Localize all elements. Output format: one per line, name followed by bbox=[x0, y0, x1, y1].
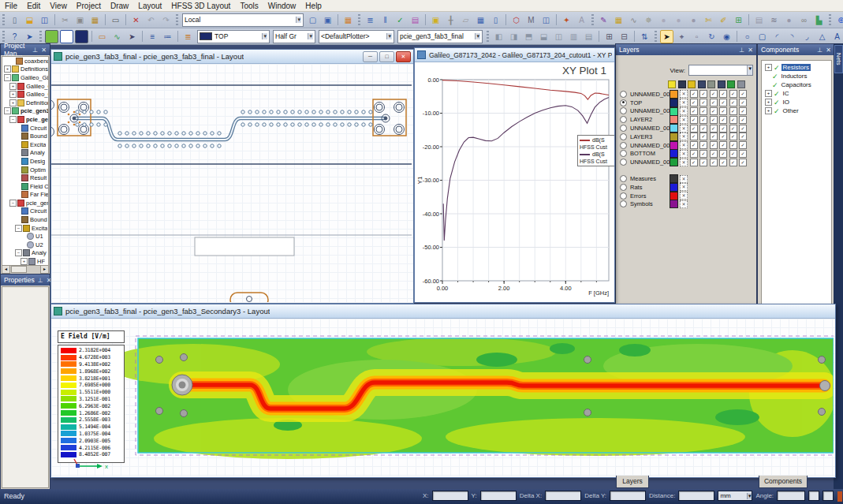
validate-icon[interactable]: ✓ bbox=[394, 13, 407, 27]
layer-color-swatch[interactable] bbox=[670, 192, 678, 200]
delete-icon[interactable]: ✕ bbox=[129, 13, 143, 27]
tree-item-pcie-gen[interactable]: −pcie_gen bbox=[2, 115, 48, 124]
layer-checkbox[interactable]: ✓ bbox=[690, 159, 698, 166]
check-icon[interactable]: ✓ bbox=[774, 107, 780, 115]
collapse-icon[interactable]: − bbox=[9, 200, 17, 207]
print-icon[interactable]: ▭ bbox=[109, 13, 122, 27]
copy-icon[interactable]: ▣ bbox=[73, 13, 87, 27]
ball3-icon[interactable]: ● bbox=[687, 13, 700, 27]
layer-checkbox[interactable]: ✕ bbox=[680, 159, 688, 166]
plotter-combo[interactable]: <DefaultPlotter>▾ bbox=[319, 30, 394, 43]
auto-dim-icon[interactable]: A bbox=[575, 13, 588, 27]
tree-item-field-c[interactable]: Field C bbox=[2, 182, 48, 191]
tree-item-galileo-g8717[interactable]: −Galileo_G8717 bbox=[2, 73, 48, 82]
layer-checkbox[interactable]: ✓ bbox=[690, 116, 698, 124]
collapse-icon[interactable]: − bbox=[15, 249, 22, 256]
layer-checkbox[interactable]: ✕ bbox=[680, 99, 688, 106]
toolbar-grip[interactable] bbox=[487, 31, 489, 42]
scroll-right-icon[interactable]: ▸ bbox=[40, 265, 49, 274]
plane-icon[interactable]: ▱ bbox=[459, 13, 472, 27]
toolbar-grip[interactable] bbox=[39, 31, 42, 42]
align-center-icon[interactable]: ◫ bbox=[552, 30, 565, 43]
layer-checkbox[interactable]: ✓ bbox=[710, 150, 718, 158]
select-target-icon[interactable]: ⌖ bbox=[675, 30, 688, 43]
page-icon[interactable]: ▤ bbox=[752, 13, 766, 27]
draw-arc1-icon[interactable]: ◜ bbox=[770, 30, 784, 43]
scroll-thumb[interactable] bbox=[11, 266, 27, 273]
padstack-icon[interactable]: ▣ bbox=[429, 13, 442, 27]
new-icon[interactable]: ▯ bbox=[8, 13, 21, 27]
draw-arc2-icon[interactable]: ◝ bbox=[785, 30, 799, 43]
component-group-label[interactable]: Capacitors bbox=[780, 81, 813, 88]
context-help-icon[interactable]: ➤ bbox=[23, 30, 36, 43]
component-group-label[interactable]: Resistors bbox=[781, 64, 811, 71]
layer-checkbox[interactable]: ✓ bbox=[699, 133, 707, 140]
machine-combo[interactable]: Local▾ bbox=[182, 13, 304, 27]
layer-checkbox[interactable]: ✓ bbox=[710, 90, 718, 98]
xy-plot-canvas[interactable]: 0.002.004.000.00-10.00-20.00-30.00-40.00… bbox=[415, 62, 613, 301]
tree-item-coaxbend[interactable]: coaxbend bbox=[2, 57, 48, 65]
tree-item-analy[interactable]: −Analy bbox=[2, 249, 48, 258]
toolbar-grip[interactable] bbox=[829, 14, 831, 25]
layer-checkbox[interactable]: ✕ bbox=[680, 192, 688, 200]
layer-checkbox[interactable]: ✓ bbox=[729, 107, 737, 115]
layer-stack-icon[interactable]: ▤ bbox=[408, 13, 422, 27]
distribute-h-icon[interactable]: ▥ bbox=[567, 30, 580, 43]
layer-checkbox[interactable]: ✓ bbox=[710, 125, 718, 133]
layer-checkbox[interactable]: ✓ bbox=[739, 133, 747, 140]
align-top-icon[interactable]: ⬒ bbox=[522, 30, 535, 43]
status-input-delta-x[interactable] bbox=[545, 491, 581, 501]
zoom-in-icon[interactable]: ⊕ bbox=[834, 13, 843, 27]
check-icon[interactable]: ✓ bbox=[772, 73, 778, 80]
chip-icon[interactable]: ◫ bbox=[539, 13, 553, 27]
check-icon[interactable]: ✓ bbox=[772, 81, 778, 89]
list-nets-icon[interactable]: ≡ bbox=[146, 30, 159, 43]
tree-item-desig[interactable]: Desig bbox=[2, 157, 48, 166]
ruler-icon[interactable]: ╂ bbox=[444, 13, 457, 27]
layer-checkbox[interactable]: ✓ bbox=[729, 159, 737, 166]
minimize-icon[interactable]: ─ bbox=[363, 51, 378, 62]
layer-checkbox[interactable]: ✓ bbox=[699, 125, 707, 133]
component-group-inductors[interactable]: ✓Inductors bbox=[762, 72, 831, 80]
draw-pill-icon[interactable]: ▢ bbox=[755, 30, 769, 43]
menu-layout[interactable]: Layout bbox=[133, 2, 166, 10]
align-bottom-icon[interactable]: ⬓ bbox=[537, 30, 550, 43]
layer-checkbox[interactable]: ✓ bbox=[690, 150, 698, 158]
annotation-box[interactable] bbox=[195, 237, 294, 256]
close-icon[interactable]: ✕ bbox=[748, 47, 753, 54]
layer-checkbox[interactable]: ✓ bbox=[739, 116, 747, 124]
layer-checkbox[interactable]: ✓ bbox=[690, 107, 698, 115]
layer-color-swatch[interactable] bbox=[670, 141, 678, 150]
select-pointer-icon[interactable]: ➤ bbox=[660, 30, 673, 43]
close-icon[interactable]: ✕ bbox=[826, 47, 831, 54]
stackup-icon[interactable]: ≣ bbox=[364, 13, 377, 27]
close-icon[interactable]: ✕ bbox=[396, 51, 411, 62]
draw-polygon-icon[interactable]: △ bbox=[815, 30, 829, 43]
layer-checkbox[interactable]: ✓ bbox=[729, 125, 737, 133]
layer-checkbox[interactable]: ✓ bbox=[739, 150, 747, 158]
tree-item-pcie-gen3[interactable]: −pcie_gen3 bbox=[2, 199, 48, 207]
tree-item-definitions[interactable]: +Definitions bbox=[2, 65, 48, 74]
layer-color-swatch[interactable] bbox=[670, 183, 678, 192]
tree-item-galileo-g8[interactable]: +Galileo_G8 bbox=[2, 90, 48, 99]
layer-checkbox[interactable]: ✓ bbox=[719, 125, 727, 133]
burn-icon[interactable]: ✦ bbox=[560, 13, 573, 27]
active-layer-combo[interactable]: TOP▾ bbox=[197, 30, 270, 43]
toolbar-grip[interactable] bbox=[176, 14, 178, 25]
layer-radio[interactable] bbox=[620, 116, 627, 123]
layers-dock-tab[interactable]: Layers bbox=[616, 476, 649, 488]
layer-checkbox[interactable]: ✕ bbox=[680, 175, 688, 183]
layer-checkbox[interactable]: ✓ bbox=[739, 125, 747, 133]
components-tree[interactable]: +✓Resistors✓Inductors✓Capacitors+✓IC+✓IO… bbox=[761, 60, 832, 308]
layer-checkbox[interactable]: ✓ bbox=[719, 141, 727, 149]
layer-radio[interactable] bbox=[620, 159, 627, 166]
layer-radio[interactable] bbox=[620, 192, 627, 200]
tree-item-galileo-g8[interactable]: +Galileo_G8 bbox=[2, 82, 48, 91]
tree-item-bound[interactable]: Bound bbox=[2, 215, 48, 224]
chart-colored-icon[interactable]: ▙ bbox=[812, 13, 826, 27]
layer-color-swatch[interactable] bbox=[670, 149, 678, 158]
layer-checkbox[interactable]: ✓ bbox=[710, 99, 718, 106]
component-group-label[interactable]: Other bbox=[781, 107, 800, 114]
layer-checkbox[interactable]: ✓ bbox=[699, 116, 707, 124]
tree-item-analy[interactable]: Analy bbox=[2, 149, 48, 158]
